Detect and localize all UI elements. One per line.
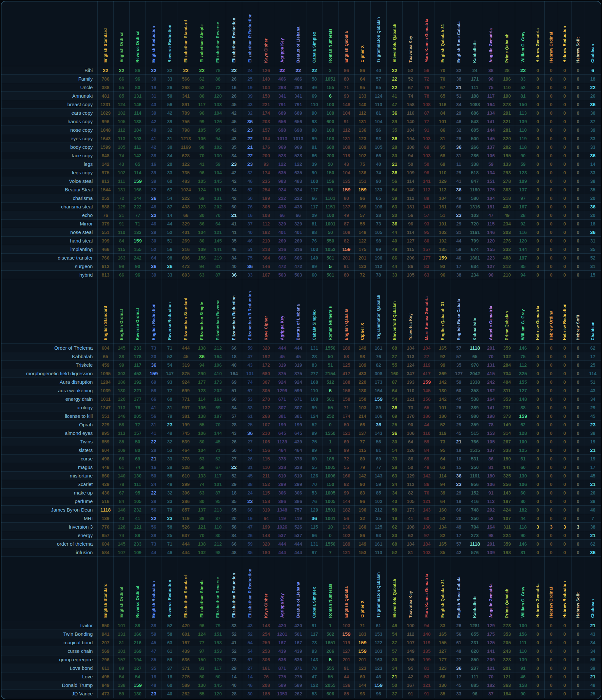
row-label[interactable]: Aura disruption — [2, 378, 98, 386]
column-header-english-ordinal[interactable]: English Ordinal — [114, 279, 130, 344]
row-label[interactable]: body copy — [2, 143, 98, 151]
row-label[interactable]: aura weakening — [2, 386, 98, 395]
column-header-angelic-gematria[interactable]: Angelic Gematria — [483, 2, 499, 66]
column-header-elizabethan-standard[interactable]: Elizabethan Standard — [178, 557, 194, 621]
row-label[interactable]: magical bond — [2, 639, 98, 647]
row-label[interactable]: JD Vance — [2, 690, 98, 698]
column-header-hebrew-ordinal[interactable]: Hebrew Ordinal — [545, 279, 558, 344]
column-header-elevenfold-qabalah[interactable]: Elevenfold Qabalah — [387, 279, 403, 344]
row-label[interactable]: nose copy — [2, 126, 98, 134]
column-header-reverse-ordinal[interactable]: Reverse Ordinal — [130, 557, 146, 621]
column-header-elizabethan-r-reduction[interactable]: Elizabethan R Reduction — [242, 557, 258, 621]
column-header-roman-numerals[interactable]: Roman Numerals — [323, 557, 338, 621]
column-header-elevenfold-qabalah[interactable]: Elevenfold Qabalah — [387, 557, 403, 621]
column-header-hebrew-sofit[interactable]: Hebrew Sofit — [572, 279, 585, 344]
column-header-hebrew-reduction[interactable]: Hebrew Reduction — [558, 2, 572, 66]
row-label[interactable]: Family — [2, 75, 98, 83]
column-header-mars-kamea-gematria[interactable]: Mars Kamea Gematria — [419, 279, 435, 344]
column-header-hebrew-reduction[interactable]: Hebrew Reduction — [558, 557, 572, 621]
column-header-english-standard[interactable]: English Standard — [98, 557, 114, 621]
row-label[interactable]: morphogenetic field digression — [2, 369, 98, 378]
column-header-elizabethan-standard[interactable]: Elizabethan Standard — [178, 2, 194, 66]
column-header-english-ordinal[interactable]: English Ordinal — [114, 2, 130, 66]
column-header-reverse-reduction[interactable]: Reverse Reduction — [162, 557, 178, 621]
row-label[interactable]: make up — [2, 489, 98, 497]
row-label[interactable]: license to kill — [2, 412, 98, 421]
row-label[interactable]: echo — [2, 211, 98, 220]
row-label[interactable]: sisters — [2, 446, 98, 454]
row-label[interactable]: nose steal — [2, 228, 98, 236]
column-header-chaldean[interactable]: Chaldean — [585, 557, 601, 621]
column-header-beatus-of-liebana[interactable]: Beatus of Liebana — [290, 2, 306, 66]
row-label[interactable]: Love — [2, 673, 98, 681]
row-label[interactable]: urology — [2, 403, 98, 412]
row-label[interactable]: hands copy — [2, 117, 98, 126]
column-header-hebrew-ordinal[interactable]: Hebrew Ordinal — [545, 557, 558, 621]
column-header-english-standard[interactable]: English Standard — [98, 2, 114, 66]
column-header-english-qaballa[interactable]: English Qaballa — [338, 279, 355, 344]
row-label[interactable]: disease transfer — [2, 254, 98, 262]
row-label[interactable]: legs — [2, 160, 98, 169]
row-label[interactable]: perfume — [2, 497, 98, 506]
row-label[interactable]: Love bond — [2, 664, 98, 673]
row-label[interactable]: Order of Thelema — [2, 344, 98, 352]
row-label[interactable]: James Byron Dean — [2, 506, 98, 514]
column-header-elizabethan-reverse[interactable]: Elizabethan Reverse — [210, 557, 226, 621]
column-header-elizabethan-standard[interactable]: Elizabethan Standard — [178, 279, 194, 344]
column-header-kaye-cipher[interactable]: Kaye Cipher — [258, 2, 274, 66]
column-header-cipher-x[interactable]: Cipher X — [355, 557, 371, 621]
column-header-kabbalistic[interactable]: Kabbalistic — [467, 557, 483, 621]
column-header-cipher-x[interactable]: Cipher X — [355, 279, 371, 344]
column-header-beatus-of-liebana[interactable]: Beatus of Liebana — [290, 557, 306, 621]
column-header-english-rose-cabala[interactable]: English Rose Cabala — [451, 557, 467, 621]
row-label[interactable]: order of thelema — [2, 540, 98, 548]
column-header-agrippa-key[interactable]: Agrippa Key — [274, 2, 290, 66]
column-header-english-standard[interactable]: English Standard — [98, 279, 114, 344]
column-header-english-reduction[interactable]: English Reduction — [146, 2, 162, 66]
column-header-english-qabalah-31[interactable]: English Qabalah 31 — [435, 2, 451, 66]
row-label[interactable]: Kabbalah — [2, 352, 98, 361]
column-header-toavotea-key[interactable]: Toavotea Key — [403, 557, 419, 621]
row-label[interactable]: Voice steal — [2, 177, 98, 185]
column-header-prime-qabalah[interactable]: Prime Qabalah — [499, 557, 515, 621]
row-label[interactable]: almond eyes — [2, 429, 98, 438]
column-header-cabala-simplex[interactable]: Cabala Simplex — [306, 2, 323, 66]
column-header-trigrammaton-qabalah[interactable]: Trigrammaton Qabalah — [371, 2, 387, 66]
column-header-reverse-reduction[interactable]: Reverse Reduction — [162, 2, 178, 66]
row-label[interactable]: energy — [2, 531, 98, 540]
column-header-english-ordinal[interactable]: English Ordinal — [114, 557, 130, 621]
column-header-toavotea-key[interactable]: Toavotea Key — [403, 2, 419, 66]
column-header-elizabethan-reverse[interactable]: Elizabethan Reverse — [210, 279, 226, 344]
column-header-elizabethan-simple[interactable]: Elizabethan Simple — [194, 557, 210, 621]
row-label[interactable]: curse chain — [2, 647, 98, 655]
column-header-chaldean[interactable]: Chaldean — [585, 2, 601, 66]
row-label[interactable]: breast copy — [2, 100, 98, 109]
row-label[interactable]: Inversion 3 — [2, 523, 98, 531]
column-header-elizabethan-reduction[interactable]: Elizabethan Reduction — [226, 557, 242, 621]
column-header-trigrammaton-qabalah[interactable]: Trigrammaton Qabalah — [371, 279, 387, 344]
column-header-english-qabalah-31[interactable]: English Qabalah 31 — [435, 557, 451, 621]
row-label[interactable]: energy drain — [2, 395, 98, 403]
column-header-roman-numerals[interactable]: Roman Numerals — [323, 279, 338, 344]
row-label[interactable]: Beauty Steal — [2, 185, 98, 194]
row-label[interactable]: misfortune — [2, 472, 98, 480]
column-header-hebrew-gematria[interactable]: Hebrew Gematria — [531, 557, 545, 621]
column-header-english-rose-cabala[interactable]: English Rose Cabala — [451, 279, 467, 344]
column-header-elizabethan-reduction[interactable]: Elizabethan Reduction — [226, 2, 242, 66]
column-header-agrippa-key[interactable]: Agrippa Key — [274, 279, 290, 344]
row-label[interactable]: eyes copy — [2, 134, 98, 143]
column-header-hebrew-sofit[interactable]: Hebrew Sofit — [572, 557, 585, 621]
row-label[interactable]: group egregore — [2, 655, 98, 664]
column-header-mars-kamea-gematria[interactable]: Mars Kamea Gematria — [419, 2, 435, 66]
column-header-hebrew-sofit[interactable]: Hebrew Sofit — [572, 2, 585, 66]
row-label[interactable]: ears copy — [2, 109, 98, 117]
row-label[interactable]: infusion — [2, 548, 98, 557]
row-label[interactable]: Twins — [2, 438, 98, 446]
column-header-elizabethan-reduction[interactable]: Elizabethan Reduction — [226, 279, 242, 344]
row-label[interactable]: Annunaki — [2, 92, 98, 100]
column-header-william-g-gray[interactable]: William G. Gray — [515, 557, 531, 621]
row-label[interactable]: Mirror — [2, 220, 98, 228]
column-header-elizabethan-simple[interactable]: Elizabethan Simple — [194, 2, 210, 66]
column-header-elevenfold-qabalah[interactable]: Elevenfold Qabalah — [387, 2, 403, 66]
column-header-reverse-ordinal[interactable]: Reverse Ordinal — [130, 2, 146, 66]
